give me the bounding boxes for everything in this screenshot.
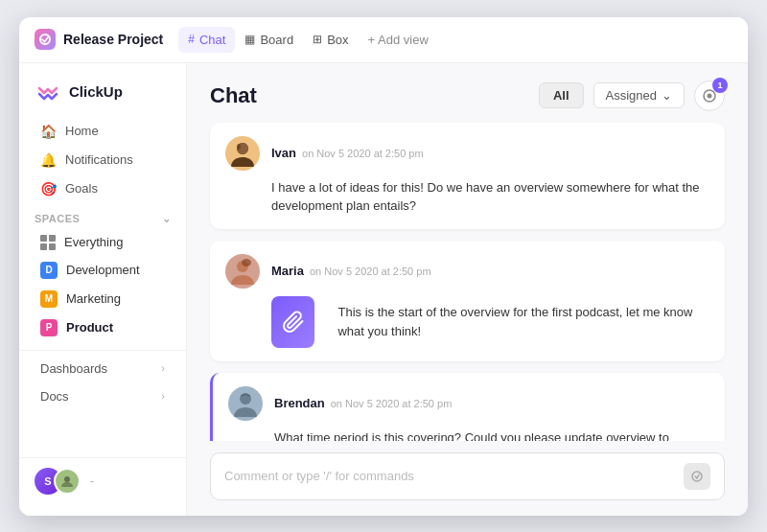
development-dot: D (40, 262, 58, 279)
box-icon: ⊞ (313, 33, 322, 46)
tab-box[interactable]: ⊞ Box (303, 27, 358, 53)
message-with-attachment: This is the start of the overview for th… (271, 296, 709, 348)
chevron-down-icon[interactable]: ⌄ (162, 213, 172, 225)
message-author: Maria (271, 264, 304, 278)
comment-box: Comment or type '/' for commands (187, 441, 748, 516)
tab-chat[interactable]: # Chat (178, 27, 235, 53)
project-title: Release Project (63, 32, 163, 47)
attachment-thumbnail (271, 296, 314, 348)
svg-point-9 (242, 259, 251, 266)
page-title: Chat (210, 83, 257, 108)
message-body: What time period is this covering? Could… (228, 428, 709, 441)
message-body: This is the start of the overview for th… (225, 296, 709, 348)
sidebar: ClickUp 🏠 Home 🔔 Notifications 🎯 Goals S… (19, 63, 187, 516)
message-author: Brendan (274, 396, 325, 410)
message-time: on Nov 5 2020 at 2:50 pm (331, 398, 453, 409)
sidebar-item-notifications[interactable]: 🔔 Notifications (25, 146, 180, 174)
hash-icon: # (188, 33, 195, 46)
sidebar-item-everything[interactable]: Everything (25, 229, 180, 256)
logo-icon (35, 79, 61, 105)
product-dot: P (40, 319, 58, 336)
message-card: Brendan on Nov 5 2020 at 2:50 pm What ti… (210, 373, 725, 441)
filter-all-button[interactable]: All (539, 82, 584, 108)
tab-board[interactable]: ▦ Board (235, 27, 303, 53)
send-icon (690, 470, 704, 483)
avatar-stack: S (35, 468, 81, 495)
add-view-button[interactable]: + Add view (359, 27, 438, 53)
logo: ClickUp (19, 75, 186, 117)
message-body: I have a lot of ideas for this! Do we ha… (225, 178, 709, 216)
paperclip-icon (282, 311, 305, 334)
chevron-right-icon: › (161, 390, 165, 402)
svg-point-7 (237, 144, 241, 150)
marketing-dot: M (40, 290, 58, 308)
message-card: Maria on Nov 5 2020 at 2:50 pm This is t… (210, 241, 725, 361)
topbar: Release Project # Chat ▦ Board ⊞ Box + A… (19, 17, 748, 63)
board-icon: ▦ (244, 33, 255, 46)
footer-dash: - (90, 474, 94, 488)
notification-badge: 1 (712, 78, 728, 93)
svg-rect-1 (35, 79, 61, 105)
avatar (225, 254, 260, 289)
message-header: Brendan on Nov 5 2020 at 2:50 pm (228, 386, 709, 421)
project-icon (35, 29, 56, 50)
sidebar-item-product[interactable]: P Product (25, 313, 180, 342)
sidebar-item-dashboards[interactable]: Dashboards › (25, 355, 180, 382)
home-icon: 🏠 (40, 124, 57, 139)
avatar (228, 386, 263, 421)
avatar (225, 136, 260, 171)
assigned-dropdown[interactable]: Assigned ⌄ (593, 82, 685, 108)
comment-input[interactable]: Comment or type '/' for commands (224, 469, 414, 483)
message-meta: Maria on Nov 5 2020 at 2:50 pm (271, 264, 431, 278)
content-area: Chat All Assigned ⌄ 1 (187, 63, 748, 516)
message-meta: Ivan on Nov 5 2020 at 2:50 pm (271, 146, 424, 160)
message-author: Ivan (271, 146, 296, 160)
bell-icon: 🔔 (40, 152, 57, 168)
main-layout: ClickUp 🏠 Home 🔔 Notifications 🎯 Goals S… (19, 63, 748, 516)
sidebar-item-goals[interactable]: 🎯 Goals (25, 174, 180, 203)
message-header: Maria on Nov 5 2020 at 2:50 pm (225, 254, 709, 289)
sidebar-item-development[interactable]: D Development (25, 256, 180, 285)
send-button[interactable] (684, 463, 710, 490)
content-header: Chat All Assigned ⌄ 1 (187, 63, 748, 123)
user-avatar-2 (54, 468, 81, 495)
message-card: Ivan on Nov 5 2020 at 2:50 pm I have a l… (210, 123, 725, 229)
message-time: on Nov 5 2020 at 2:50 pm (302, 148, 424, 159)
header-actions: All Assigned ⌄ 1 (539, 81, 725, 111)
svg-point-2 (64, 476, 70, 482)
notifications-button[interactable]: 1 (694, 81, 725, 111)
chevron-right-icon: › (161, 362, 165, 374)
sidebar-item-home[interactable]: 🏠 Home (25, 117, 180, 146)
message-meta: Brendan on Nov 5 2020 at 2:50 pm (274, 396, 452, 410)
sidebar-bottom: Dashboards › Docs › (19, 350, 186, 410)
chevron-down-icon: ⌄ (662, 88, 672, 103)
messages-list: Ivan on Nov 5 2020 at 2:50 pm I have a l… (187, 123, 748, 441)
app-window: Release Project # Chat ▦ Board ⊞ Box + A… (19, 17, 748, 516)
goals-icon: 🎯 (40, 181, 57, 197)
sidebar-item-docs[interactable]: Docs › (25, 382, 180, 410)
svg-point-4 (708, 93, 712, 98)
comment-input-wrapper: Comment or type '/' for commands (210, 452, 725, 500)
svg-point-11 (692, 472, 702, 481)
everything-icon (40, 235, 56, 250)
spaces-section-label: Spaces ⌄ (19, 203, 186, 229)
sidebar-item-marketing[interactable]: M Marketing (25, 285, 180, 313)
sidebar-footer: S - (19, 457, 186, 504)
message-header: Ivan on Nov 5 2020 at 2:50 pm (225, 136, 709, 171)
message-time: on Nov 5 2020 at 2:50 pm (310, 266, 431, 277)
